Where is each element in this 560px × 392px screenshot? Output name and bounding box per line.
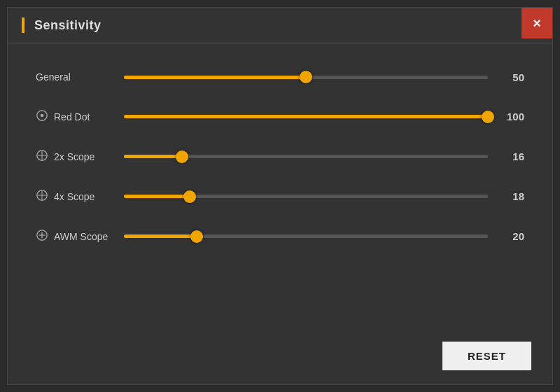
slider-label-2x-scope: 2x Scope	[36, 149, 113, 164]
modal-footer: RESET	[442, 342, 531, 370]
sliders-container: General50 Red Dot100 2x Scope16 4x Scope…	[8, 43, 552, 270]
slider-row-2x-scope: 2x Scope16	[36, 136, 524, 176]
header-accent-bar	[22, 18, 24, 33]
modal-title: Sensitivity	[34, 18, 102, 33]
4x-scope-icon	[36, 189, 48, 204]
slider-row-4x-scope: 4x Scope18	[36, 176, 524, 216]
slider-thumb-general[interactable]	[300, 71, 312, 83]
slider-row-general: General50	[36, 57, 524, 97]
awm-scope-label-text: AWM Scope	[54, 231, 108, 242]
red-dot-icon	[36, 109, 48, 124]
slider-track-4x-scope[interactable]	[124, 190, 488, 204]
slider-track-red-dot[interactable]	[124, 110, 488, 124]
slider-label-awm-scope: AWM Scope	[36, 229, 113, 244]
slider-track-fill-2x-scope	[124, 155, 182, 158]
awm-scope-icon	[36, 229, 48, 244]
slider-row-awm-scope: AWM Scope20	[36, 216, 524, 256]
slider-track-fill-awm-scope	[124, 234, 197, 238]
slider-thumb-2x-scope[interactable]	[176, 150, 188, 163]
slider-track-general[interactable]	[124, 70, 488, 84]
red-dot-label-text: Red Dot	[54, 111, 90, 122]
slider-track-fill-4x-scope	[124, 195, 190, 198]
slider-label-red-dot: Red Dot	[36, 109, 113, 124]
sensitivity-modal: × Sensitivity General50 Red Dot100 2x Sc…	[7, 7, 553, 385]
slider-value-4x-scope: 18	[499, 190, 524, 202]
slider-value-general: 50	[499, 71, 524, 83]
svg-point-1	[41, 114, 44, 118]
close-button[interactable]: ×	[522, 8, 552, 38]
reset-button[interactable]: RESET	[442, 342, 531, 370]
slider-value-red-dot: 100	[499, 111, 524, 122]
slider-track-fill-general	[124, 76, 306, 79]
general-label-text: General	[36, 71, 71, 83]
2x-scope-label-text: 2x Scope	[54, 151, 94, 162]
2x-scope-icon	[36, 149, 48, 164]
slider-track-2x-scope[interactable]	[124, 150, 488, 164]
modal-header: Sensitivity	[8, 8, 552, 43]
close-icon: ×	[533, 16, 541, 30]
slider-label-general: General	[36, 71, 113, 83]
slider-thumb-red-dot[interactable]	[482, 111, 494, 123]
slider-row-red-dot: Red Dot100	[36, 97, 524, 136]
slider-track-fill-red-dot	[124, 115, 488, 118]
slider-value-2x-scope: 16	[499, 150, 524, 162]
4x-scope-label-text: 4x Scope	[54, 191, 94, 202]
slider-track-awm-scope[interactable]	[124, 230, 488, 244]
slider-value-awm-scope: 20	[499, 230, 524, 242]
slider-label-4x-scope: 4x Scope	[36, 189, 113, 204]
slider-thumb-4x-scope[interactable]	[183, 190, 196, 203]
slider-thumb-awm-scope[interactable]	[190, 230, 203, 243]
